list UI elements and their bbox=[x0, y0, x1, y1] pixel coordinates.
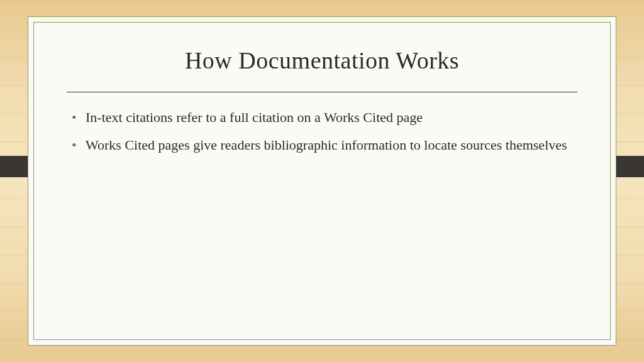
slide-frame-outer: How Documentation Works In-text citation… bbox=[28, 16, 616, 346]
bullet-list: In-text citations refer to a full citati… bbox=[67, 107, 577, 155]
bullet-item: Works Cited pages give readers bibliogra… bbox=[72, 135, 577, 155]
ribbon-decoration-right bbox=[613, 156, 644, 177]
title-divider bbox=[67, 92, 577, 92]
bullet-item: In-text citations refer to a full citati… bbox=[72, 107, 577, 128]
ribbon-decoration-left bbox=[0, 156, 31, 177]
slide-title: How Documentation Works bbox=[67, 47, 577, 74]
slide-frame-inner: How Documentation Works In-text citation… bbox=[33, 22, 611, 340]
